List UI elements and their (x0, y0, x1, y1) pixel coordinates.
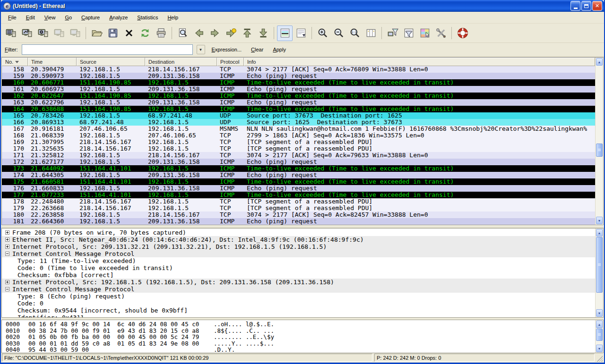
scroll-thumb[interactable] (596, 329, 603, 341)
detail-line[interactable]: Internet Control Message Protocol (2, 286, 595, 293)
collapse-icon[interactable] (5, 287, 9, 291)
help-contents-icon[interactable] (455, 25, 470, 41)
resize-grip[interactable] (596, 354, 603, 362)
zoom-in-icon[interactable] (315, 25, 330, 41)
menu-analyze[interactable]: Analyze (105, 13, 132, 22)
expand-icon[interactable] (5, 245, 9, 249)
go-to-bottom-icon[interactable] (255, 25, 271, 41)
scroll-down-arrow[interactable]: ▼ (596, 217, 603, 224)
print-icon[interactable] (153, 25, 169, 41)
hex-row[interactable]: 002001 05 0b 00 fb ba 00 00 00 00 45 00 … (2, 334, 595, 340)
packet-row[interactable]: 15920.590973192.168.1.5209.131.36.158ICM… (2, 73, 595, 79)
packet-row[interactable]: 16720.916181207.46.106.65192.168.1.5MSNM… (2, 126, 595, 132)
packet-row[interactable]: 17822.248480218.14.156.167192.168.1.5TCP… (2, 198, 595, 205)
expression-button[interactable]: Expression... (209, 45, 245, 54)
packet-row[interactable]: 17621.660833192.168.1.5209.131.36.158ICM… (2, 185, 595, 192)
packet-row[interactable]: 17021.325635218.14.156.167192.168.1.5TCP… (2, 145, 595, 152)
packet-row[interactable]: 16320.622796192.168.1.5209.131.36.158ICM… (2, 99, 595, 106)
display-filter-icon[interactable] (401, 25, 416, 41)
packet-row[interactable]: 16620.86931368.97.241.48192.168.1.5UDPSo… (2, 119, 595, 126)
reload-icon[interactable] (137, 25, 153, 41)
hex-row[interactable]: 004095 44 03 00 59 00.D..Y. (2, 347, 595, 353)
packet-row[interactable]: 16420.638688151.164.190.85192.168.1.5ICM… (2, 106, 595, 112)
packet-row[interactable]: 15820.390479192.168.1.5218.14.156.167TCP… (2, 66, 595, 73)
menu-file[interactable]: File (4, 13, 21, 22)
interface-list-icon[interactable] (3, 25, 18, 41)
capture-options-icon[interactable] (19, 25, 35, 41)
expand-icon[interactable] (5, 237, 9, 242)
column-header-destination[interactable]: Destination (145, 58, 217, 66)
menu-edit[interactable]: Edit (22, 13, 39, 22)
menu-go[interactable]: Go (60, 13, 76, 22)
hex-row[interactable]: 001000 38 24 7b 00 00 f9 01 e9 43 d1 83 … (2, 328, 595, 334)
packet-row[interactable]: 16220.622647151.164.190.85192.168.1.5ICM… (2, 93, 595, 99)
preferences-icon[interactable] (433, 25, 449, 41)
detail-line[interactable]: Internet Control Message Protocol (2, 250, 595, 257)
resize-columns-icon[interactable] (363, 25, 379, 41)
detail-line[interactable]: Code: 0 (Time to live exceeded in transi… (2, 264, 595, 271)
menu-view[interactable]: View (40, 13, 60, 22)
apply-button[interactable]: Apply (270, 45, 289, 54)
packet-row[interactable]: 18122.664360192.168.1.5209.131.36.158ICM… (2, 218, 595, 225)
go-back-icon[interactable] (191, 25, 207, 41)
detail-line[interactable]: Type: 8 (Echo (ping) request) (2, 293, 595, 300)
scroll-up-arrow[interactable]: ▲ (596, 321, 603, 328)
capture-start-icon[interactable] (35, 25, 51, 41)
restore-button[interactable] (581, 1, 591, 11)
detail-line[interactable]: Checksum: 0x9544 [incorrect, should be 0… (2, 307, 595, 314)
packet-row[interactable]: 18022.263858192.168.1.5218.14.156.167TCP… (2, 212, 595, 218)
packet-row[interactable]: 16821.068339192.168.1.5207.46.106.65TCP2… (2, 132, 595, 139)
menu-statistics[interactable]: Statistics (133, 13, 162, 22)
packet-row[interactable]: 17721.677233151.164.41.101192.168.1.5ICM… (2, 192, 595, 198)
packet-row[interactable]: 17321.644092151.164.41.101192.168.1.5ICM… (2, 165, 595, 172)
filter-input[interactable] (22, 44, 193, 55)
clear-button[interactable]: Clear (248, 45, 266, 54)
scroll-up-arrow[interactable]: ▲ (596, 229, 603, 237)
find-packet-icon[interactable] (175, 25, 190, 41)
packet-row[interactable]: 16120.606973192.168.1.5209.131.36.158ICM… (2, 86, 595, 93)
column-header-no[interactable]: No. (2, 58, 28, 66)
scroll-down-arrow[interactable]: ▼ (596, 309, 603, 317)
column-header-source[interactable]: Source (77, 58, 145, 66)
packet-row[interactable]: 16020.606771151.164.190.85192.168.1.5ICM… (2, 79, 595, 86)
column-header-info[interactable]: Info (244, 58, 595, 66)
detail-line[interactable]: Frame 208 (70 bytes on wire, 70 bytes ca… (2, 229, 595, 236)
packet-row[interactable]: 16921.307995218.14.156.167192.168.1.5TCP… (2, 139, 595, 145)
minimize-button[interactable] (570, 1, 580, 11)
detail-line[interactable]: Internet Protocol, Src: 192.168.1.5 (192… (2, 279, 595, 286)
menu-help[interactable]: Help (163, 13, 182, 22)
scroll-up-arrow[interactable]: ▲ (596, 58, 603, 66)
column-header-time[interactable]: Time (28, 58, 77, 66)
expand-icon[interactable] (5, 280, 9, 284)
scroll-thumb[interactable] (596, 237, 603, 293)
hex-row[interactable]: 000000 16 6f 48 9f 9c 00 14 6c 40 d6 24 … (2, 321, 595, 328)
zoom-actual-icon[interactable]: 1:1 (347, 25, 363, 41)
close-button[interactable]: ✕ (592, 1, 602, 11)
go-forward-icon[interactable] (207, 25, 223, 41)
scroll-thumb[interactable] (596, 144, 603, 157)
packet-row[interactable]: 17221.627177192.168.1.5209.131.36.158ICM… (2, 159, 595, 165)
close-file-icon[interactable] (121, 25, 137, 41)
detail-line[interactable]: Checksum: 0xfbba [correct] (2, 271, 595, 279)
packet-list-scrollbar[interactable]: ▲ ▼ (595, 58, 603, 225)
column-header-protocol[interactable]: Protocol (217, 58, 244, 66)
auto-scroll-icon[interactable] (293, 25, 309, 41)
packet-row[interactable]: 17121.325812192.168.1.5218.14.156.167TCP… (2, 152, 595, 159)
detail-line[interactable]: Code: 0 (2, 300, 595, 307)
packet-row[interactable]: 17421.644305192.168.1.5209.131.36.158ICM… (2, 172, 595, 178)
detail-line[interactable]: Type: 11 (Time-to-live exceeded) (2, 257, 595, 264)
detail-line[interactable]: Ethernet II, Src: Netgear_40:d6:24 (00:1… (2, 236, 595, 243)
packet-row[interactable]: 17521.660581151.164.41.101192.168.1.5ICM… (2, 178, 595, 185)
menu-capture[interactable]: Capture (77, 13, 104, 22)
hex-scrollbar[interactable]: ▲ ▼ (595, 320, 603, 353)
scroll-down-arrow[interactable]: ▼ (596, 345, 603, 352)
title-bar[interactable]: e (Untitled) - Ethereal ✕ (1, 0, 604, 12)
collapse-icon[interactable] (5, 252, 9, 256)
zoom-out-icon[interactable] (331, 25, 346, 41)
capture-filter-icon[interactable] (385, 25, 400, 41)
colorize-icon[interactable] (277, 25, 293, 41)
details-scrollbar[interactable]: ▲ ▼ (595, 229, 603, 317)
expand-icon[interactable] (5, 230, 9, 235)
filter-history-dropdown[interactable]: ▼ (197, 45, 205, 54)
detail-line[interactable]: Internet Protocol, Src: 209.131.32.21 (2… (2, 243, 595, 250)
